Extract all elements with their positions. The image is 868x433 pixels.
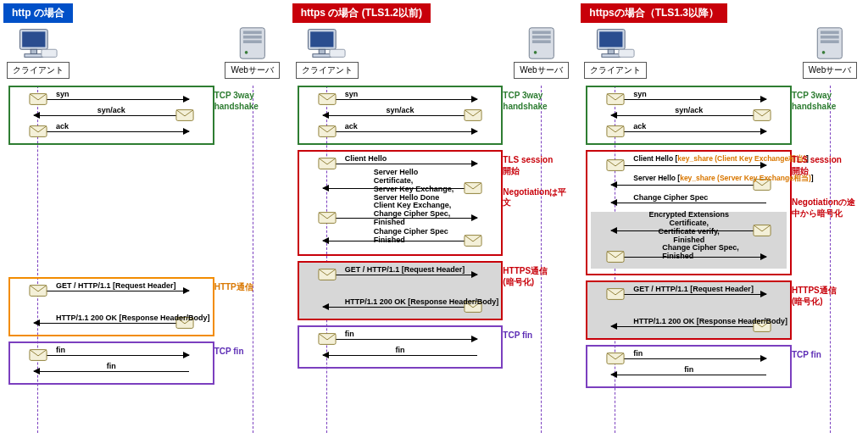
message-text: Client Hello [key_share (Client Key Exch… <box>633 155 809 163</box>
message-text: fin <box>684 366 693 375</box>
envelope-icon <box>318 212 337 225</box>
svg-rect-2 <box>31 49 36 53</box>
sequence-message: syn <box>323 92 478 107</box>
message-text: Change Cipher Spec <box>633 194 708 203</box>
sequence-message: syn/ack <box>34 108 189 123</box>
svg-rect-19 <box>313 54 331 58</box>
actor-label: クライアント <box>584 62 647 79</box>
sequence-group: fin fin TCP fin <box>8 341 214 385</box>
message-text: Encrypted ExtensionsCertificate,Certific… <box>621 211 757 245</box>
message-text: GET / HTTP/1.1 [Request Header] <box>56 282 176 291</box>
group-label: HTTPS通信(暗号化) <box>792 286 858 307</box>
actor-label: クライアント <box>296 62 359 79</box>
group-label: HTTP通信 <box>214 282 281 293</box>
encrypted-sub-block: Encrypted ExtensionsCertificate,Certific… <box>591 212 787 269</box>
group-label: TCP 3wayhandshake <box>503 91 569 112</box>
sequence-lane: syn syn/ack ack TCP 3wayhandshake C <box>586 86 860 433</box>
client-icon <box>593 26 639 60</box>
server-icon <box>811 26 849 60</box>
sequence-message: Server Hello [key_share (Server Key Exch… <box>611 175 766 194</box>
message-text: HTTP/1.1 200 OK [Response Header/Body] <box>345 298 499 307</box>
message-text: syn/ack <box>386 107 414 115</box>
group-label: TLS session開始Negotiationは平文 <box>503 155 569 208</box>
envelope-icon <box>318 333 337 346</box>
protocol-column: httpsの場合（TLS1.3以降） クライアント Webサーバ <box>581 3 865 433</box>
lifeline <box>830 86 831 433</box>
sequence-group: Client Hello [key_share (Client Key Exch… <box>586 150 792 275</box>
envelope-icon <box>29 285 47 297</box>
message-text: fin <box>56 347 65 355</box>
svg-rect-8 <box>243 40 262 43</box>
message-text: GET / HTTP/1.1 [Request Header] <box>633 286 754 294</box>
sequence-message: syn <box>34 92 189 107</box>
svg-rect-44 <box>821 40 839 43</box>
client-icon <box>303 26 350 60</box>
sequence-group: fin fin TCP fin <box>586 345 792 388</box>
svg-point-9 <box>245 51 248 54</box>
sequence-message: syn <box>611 92 766 107</box>
group-label: TCP 3wayhandshake <box>214 91 281 112</box>
client-actor: クライアント <box>298 26 357 79</box>
envelope-icon <box>606 125 625 138</box>
svg-rect-6 <box>243 31 262 34</box>
sequence-message: HTTP/1.1 200 OK [Response Header/Body] <box>323 299 478 314</box>
sequence-message: ack <box>323 124 478 139</box>
sequence-message: fin <box>323 331 478 347</box>
group-label: HTTPS通信(暗号化) <box>503 266 569 287</box>
lifeline <box>253 86 253 433</box>
sequence-message: HTTP/1.1 200 OK [Response Header/Body] <box>611 319 766 334</box>
svg-rect-23 <box>531 36 550 39</box>
sequence-message: fin <box>34 364 189 379</box>
sequence-message: ack <box>611 124 766 139</box>
envelope-icon <box>29 93 47 106</box>
sequence-group: Client Hello Server HelloCertificate,Ser… <box>298 150 504 256</box>
protocol-column: https の場合 (TLS1.2以前) クライアント Webサーバ <box>292 3 576 433</box>
sequence-message: Change Cipher Spec,Finished <box>611 247 766 266</box>
sequence-message: GET / HTTP/1.1 [Request Header] <box>611 286 766 302</box>
actor-label: Webサーバ <box>514 62 568 79</box>
svg-rect-18 <box>320 49 326 53</box>
envelope-icon <box>175 109 194 122</box>
sequence-message: HTTP/1.1 200 OK [Response Header/Body] <box>34 315 189 330</box>
envelope-icon <box>606 353 625 365</box>
message-text: fin <box>345 330 354 339</box>
message-text: syn/ack <box>97 107 125 115</box>
sequence-message: ack <box>34 124 189 139</box>
sequence-group: syn syn/ack ack TCP 3wayhandshake <box>298 86 504 145</box>
message-text: Change Cipher SpecFinished <box>374 228 509 245</box>
envelope-icon <box>606 288 625 301</box>
diagram-columns: http の場合 クライアント Webサーバ <box>3 3 865 433</box>
server-actor: Webサーバ <box>800 26 860 79</box>
lifeline <box>541 86 542 433</box>
message-text: syn <box>345 91 359 99</box>
envelope-icon <box>606 93 625 106</box>
server-icon <box>523 26 560 60</box>
column-title: http の場合 <box>3 3 73 23</box>
envelope-icon <box>606 251 625 264</box>
message-text: Change Cipher Spec,Finished <box>662 244 798 261</box>
actor-label: Webサーバ <box>225 62 279 79</box>
svg-rect-24 <box>531 40 550 43</box>
envelope-icon <box>29 125 47 138</box>
sequence-message: syn/ack <box>323 108 478 123</box>
group-label: TCP 3wayhandshake <box>792 91 858 112</box>
group-label: TCP fin <box>792 350 858 361</box>
sequence-message: Client Hello [key_share (Client Key Exch… <box>611 156 766 175</box>
sequence-message: fin <box>611 367 766 382</box>
protocol-column: http の場合 クライアント Webサーバ <box>3 3 287 433</box>
svg-rect-4 <box>42 49 57 57</box>
svg-rect-17 <box>311 31 334 47</box>
message-text: syn <box>56 91 70 99</box>
sequence-group: GET / HTTP/1.1 [Request Header] HTTP/1.1… <box>586 280 792 340</box>
message-text: fin <box>396 347 405 355</box>
message-text: Server Hello [key_share (Server Key Exch… <box>633 175 813 182</box>
message-text: HTTP/1.1 200 OK [Response Header/Body] <box>633 318 787 326</box>
client-icon <box>15 26 62 60</box>
envelope-icon <box>29 349 47 362</box>
message-text: ack <box>56 123 69 131</box>
sequence-message: Change Cipher Spec <box>611 195 766 210</box>
svg-rect-39 <box>602 54 620 58</box>
sequence-message: fin <box>34 347 189 363</box>
message-text: fin <box>633 350 643 358</box>
actor-label: クライアント <box>7 62 70 79</box>
